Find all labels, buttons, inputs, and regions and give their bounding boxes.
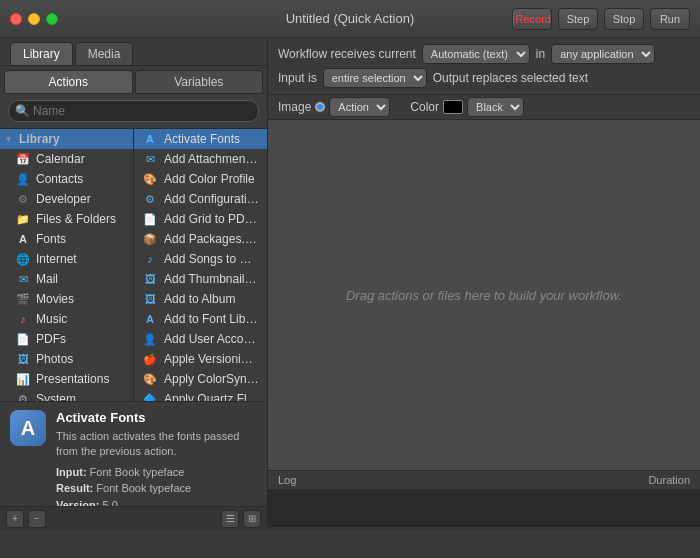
- info-description: This action activates the fonts passed f…: [56, 429, 257, 460]
- image-radio[interactable]: [315, 102, 325, 112]
- action-item-add-user-account[interactable]: 👤 Add User Account: [134, 329, 267, 349]
- sidebar-item-music[interactable]: ♪ Music: [0, 309, 133, 329]
- window-title: Untitled (Quick Action): [286, 11, 415, 26]
- info-content: Activate Fonts This action activates the…: [56, 410, 257, 498]
- sidebar-item-developer[interactable]: ⚙ Developer: [0, 189, 133, 209]
- image-select[interactable]: Action: [329, 97, 390, 117]
- action-item-add-album[interactable]: 🖼 Add to Album: [134, 289, 267, 309]
- info-result-value: Font Book typeface: [96, 482, 191, 494]
- add-action-button[interactable]: +: [6, 510, 24, 528]
- step-button[interactable]: Step: [558, 8, 598, 30]
- info-input-label: Input:: [56, 466, 87, 478]
- workflow-config: Workflow receives current Automatic (tex…: [268, 38, 700, 95]
- actions-tab[interactable]: Actions: [4, 70, 133, 94]
- sidebar-item-calendar[interactable]: 📅 Calendar: [0, 149, 133, 169]
- action-item-apply-colorsync[interactable]: 🎨 Apply ColorSyn...rofile to Images: [134, 369, 267, 389]
- variables-tab[interactable]: Variables: [135, 70, 264, 94]
- sidebar-item-mail[interactable]: ✉ Mail: [0, 269, 133, 289]
- close-button[interactable]: [10, 13, 22, 25]
- receives-label: Workflow receives current: [278, 47, 416, 61]
- action-item-add-attachments[interactable]: ✉ Add Attachmen...Front Message: [134, 149, 267, 169]
- zoom-button[interactable]: [46, 13, 58, 25]
- sidebar-item-movies[interactable]: 🎬 Movies: [0, 289, 133, 309]
- action-item-activate-fonts[interactable]: A Activate Fonts: [134, 129, 267, 149]
- internet-icon: 🌐: [16, 252, 30, 266]
- info-panel: A Activate Fonts This action activates t…: [0, 401, 267, 506]
- search-input[interactable]: [8, 100, 259, 122]
- sidebar-item-pdfs[interactable]: 📄 PDFs: [0, 329, 133, 349]
- sidebar-item-photos[interactable]: 🖼 Photos: [0, 349, 133, 369]
- run-button[interactable]: Run: [650, 8, 690, 30]
- sidebar-item-library[interactable]: ▾ Library: [0, 129, 133, 149]
- info-input-value: Font Book typeface: [90, 466, 185, 478]
- color-label: Color: [410, 100, 439, 114]
- library-tab[interactable]: Library: [10, 42, 73, 65]
- contacts-icon: 👤: [16, 172, 30, 186]
- calendar-icon: 📅: [16, 152, 30, 166]
- add-user-account-icon: 👤: [142, 331, 158, 347]
- chevron-down-icon: ▾: [6, 134, 11, 144]
- log-area: Log Duration: [268, 470, 700, 530]
- action-item-add-config-profiles[interactable]: ⚙ Add Configuration Profiles: [134, 189, 267, 209]
- output-label: Output replaces selected text: [433, 71, 588, 85]
- grid-view-button[interactable]: ⊞: [243, 510, 261, 528]
- application-select[interactable]: any application: [551, 44, 655, 64]
- action-item-add-packages[interactable]: 📦 Add Packages...st-Install Scripts: [134, 229, 267, 249]
- duration-label: Duration: [648, 474, 690, 486]
- receives-select[interactable]: Automatic (text): [422, 44, 530, 64]
- sidebar-item-system[interactable]: ⚙ System: [0, 389, 133, 401]
- action-item-add-thumbnail[interactable]: 🖼 Add Thumbnail...n to Image Files: [134, 269, 267, 289]
- files-icon: 📁: [16, 212, 30, 226]
- sidebar-item-fonts[interactable]: A Fonts: [0, 229, 133, 249]
- add-songs-icon: ♪: [142, 251, 158, 267]
- sidebar-item-presentations[interactable]: 📊 Presentations: [0, 369, 133, 389]
- add-font-library-icon: A: [142, 311, 158, 327]
- sidebar-item-contacts[interactable]: 👤 Contacts: [0, 169, 133, 189]
- log-label: Log: [278, 474, 296, 486]
- action-item-add-songs[interactable]: ♪ Add Songs to Playlist: [134, 249, 267, 269]
- right-panel: Workflow receives current Automatic (tex…: [268, 38, 700, 530]
- fonts-icon: A: [16, 232, 30, 246]
- record-button[interactable]: Record: [512, 8, 552, 30]
- add-grid-pdf-icon: 📄: [142, 211, 158, 227]
- in-label: in: [536, 47, 545, 61]
- action-item-add-grid-pdf[interactable]: 📄 Add Grid to PDF Documents: [134, 209, 267, 229]
- image-color-row: Image Action Color Black: [268, 95, 700, 120]
- image-field: Image Action: [278, 97, 390, 117]
- mail-icon: ✉: [16, 272, 30, 286]
- pdfs-icon: 📄: [16, 332, 30, 346]
- media-tab[interactable]: Media: [75, 42, 134, 65]
- color-swatch: [443, 100, 463, 114]
- action-item-apply-quartz-images[interactable]: 🔷 Apply Quartz Fl...r to Image Files: [134, 389, 267, 401]
- remove-action-button[interactable]: −: [28, 510, 46, 528]
- list-view-button[interactable]: ☰: [221, 510, 239, 528]
- info-result-label: Result:: [56, 482, 93, 494]
- color-select[interactable]: Black: [467, 97, 524, 117]
- action-item-apple-versioning[interactable]: 🍎 Apple Versioning Tool: [134, 349, 267, 369]
- movies-icon: 🎬: [16, 292, 30, 306]
- color-field: Color Black: [410, 97, 524, 117]
- stop-button[interactable]: Stop: [604, 8, 644, 30]
- system-icon: ⚙: [16, 392, 30, 401]
- presentations-icon: 📊: [16, 372, 30, 386]
- activate-fonts-icon: A: [142, 131, 158, 147]
- minimize-button[interactable]: [28, 13, 40, 25]
- actions-vars-tabs: Actions Variables: [0, 66, 267, 94]
- action-item-add-font-library[interactable]: A Add to Font Library: [134, 309, 267, 329]
- input-is-label: Input is: [278, 71, 317, 85]
- sidebar-item-internet[interactable]: 🌐 Internet: [0, 249, 133, 269]
- log-content: [268, 490, 700, 527]
- sidebar-item-files-folders[interactable]: 📁 Files & Folders: [0, 209, 133, 229]
- add-config-profiles-icon: ⚙: [142, 191, 158, 207]
- workflow-canvas: Drag actions or files here to build your…: [268, 120, 700, 470]
- info-action-icon: A: [10, 410, 46, 446]
- log-header: Log Duration: [268, 471, 700, 490]
- input-is-select[interactable]: entire selection: [323, 68, 427, 88]
- main-layout: Library Media Actions Variables 🔍 ▾ Libr…: [0, 38, 700, 530]
- developer-icon: ⚙: [16, 192, 30, 206]
- title-bar: Untitled (Quick Action) Record Step Stop…: [0, 0, 700, 38]
- info-title: Activate Fonts: [56, 410, 257, 425]
- search-box: 🔍: [0, 94, 267, 129]
- add-packages-icon: 📦: [142, 231, 158, 247]
- action-item-add-color-profile[interactable]: 🎨 Add Color Profile: [134, 169, 267, 189]
